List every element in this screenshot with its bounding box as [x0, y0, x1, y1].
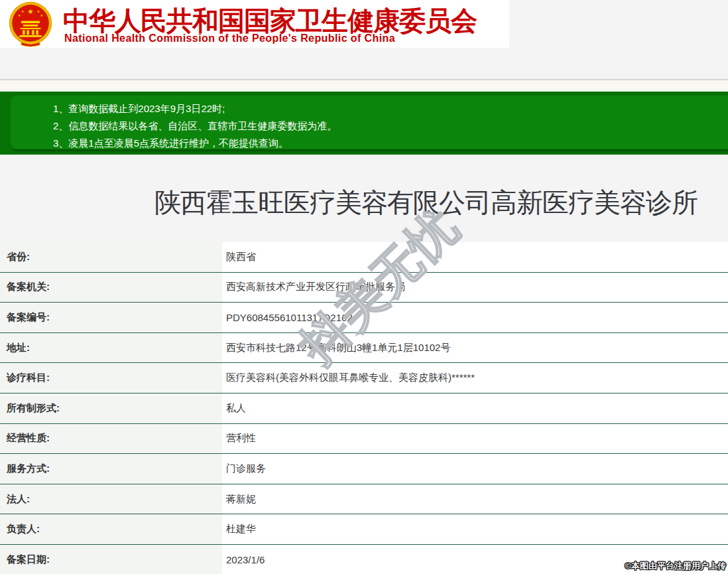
row-label: 经营性质:	[0, 424, 222, 454]
row-label: 备案日期:	[0, 545, 222, 574]
row-label: 服务方式:	[0, 454, 222, 484]
table-row-province: 省份: 陕西省	[0, 242, 728, 273]
row-label: 省份:	[0, 242, 222, 272]
row-value: 杜建华	[222, 514, 728, 544]
table-row-filing-authority: 备案机关: 西安高新技术产业开发区行政审批服务局	[0, 273, 728, 303]
row-value: 蒋新妮	[222, 484, 728, 514]
row-label: 诊疗科目:	[0, 363, 222, 393]
row-value: PDY60845561011317D2162	[222, 303, 728, 332]
table-row-person-in-charge: 负责人: 杜建华	[0, 514, 728, 545]
site-header: ★ ★ ★ ★ ★ 中华人民共和国国家卫生健康委员会 National Heal…	[0, 0, 509, 48]
svg-text:★: ★	[18, 14, 21, 17]
page-title: 陕西霍玉旺医疗美容有限公司高新医疗美容诊所	[154, 184, 728, 221]
notice-line-2: 2、信息数据结果以各省、自治区、直辖市卫生健康委数据为准。	[53, 117, 728, 135]
svg-text:★: ★	[27, 7, 33, 15]
table-row-filing-number: 备案编号: PDY60845561011317D2162	[0, 303, 728, 333]
notice-line-1: 1、查询数据截止到2023年9月3日22时;	[53, 100, 728, 117]
svg-text:★: ★	[40, 14, 44, 17]
header-substrip	[0, 80, 728, 92]
notice-band: 1、查询数据截止到2023年9月3日22时; 2、信息数据结果以各省、自治区、直…	[0, 92, 728, 155]
notice-box: 1、查询数据截止到2023年9月3日22时; 2、信息数据结果以各省、自治区、直…	[11, 96, 728, 149]
row-value: 营利性	[222, 424, 728, 454]
upload-stamp: ©本图由平台注册用户上传	[625, 560, 726, 572]
header-title-english: National Health Commission of the People…	[64, 33, 502, 44]
table-row-legal-person: 法人: 蒋新妮	[0, 484, 728, 515]
row-label: 所有制形式:	[0, 394, 222, 423]
row-value: 陕西省	[222, 242, 728, 272]
row-label: 地址:	[0, 333, 222, 363]
svg-text:★: ★	[37, 10, 40, 13]
row-value: 门诊服务	[222, 454, 728, 484]
table-row-filing-date: 备案日期: 2023/1/6	[0, 545, 728, 574]
row-label: 备案编号:	[0, 303, 222, 332]
row-value: 私人	[222, 394, 728, 423]
row-label: 备案机关:	[0, 273, 222, 303]
table-row-service-mode: 服务方式: 门诊服务	[0, 454, 728, 484]
table-row-business-nature: 经营性质: 营利性	[0, 424, 728, 455]
table-row-address: 地址: 西安市科技七路12号高科朗山3幢1单元1层10102号	[0, 333, 728, 364]
row-label: 法人:	[0, 484, 222, 514]
notice-line-3: 3、凌晨1点至凌晨5点系统进行维护，不能提供查询。	[53, 135, 728, 152]
table-row-ownership: 所有制形式: 私人	[0, 394, 728, 424]
svg-text:★: ★	[21, 10, 25, 13]
page: ★ ★ ★ ★ ★ 中华人民共和国国家卫生健康委员会 National Heal…	[0, 0, 728, 574]
facility-info-table: 省份: 陕西省 备案机关: 西安高新技术产业开发区行政审批服务局 备案编号: P…	[0, 242, 728, 574]
row-label: 负责人:	[0, 514, 222, 544]
row-value: 西安高新技术产业开发区行政审批服务局	[222, 273, 728, 303]
row-value: 医疗美容科(美容外科仅眼耳鼻喉专业、美容皮肤科)******	[222, 363, 728, 393]
row-value: 西安市科技七路12号高科朗山3幢1单元1层10102号	[222, 333, 728, 363]
china-national-emblem-icon: ★ ★ ★ ★ ★	[7, 1, 54, 48]
table-row-treatment-subjects: 诊疗科目: 医疗美容科(美容外科仅眼耳鼻喉专业、美容皮肤科)******	[0, 363, 728, 394]
